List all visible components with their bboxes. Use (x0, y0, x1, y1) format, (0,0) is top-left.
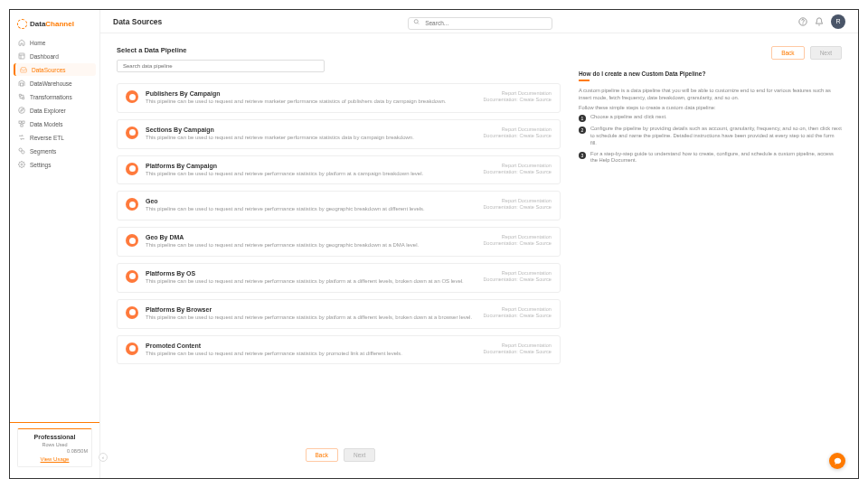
pipeline-card[interactable]: Geo By DMAThis pipeline can be used to r… (117, 227, 561, 257)
sidebar-item-transformations[interactable]: Transformations (14, 90, 96, 103)
pipeline-description: This pipeline can be used to request and… (146, 135, 476, 142)
pipeline-description: This pipeline can be used to request and… (146, 206, 476, 213)
segments-icon (18, 147, 25, 155)
transform-icon (18, 93, 25, 100)
nav-list: HomeDashboardDataSourcesDataWarehouseTra… (10, 36, 99, 172)
global-search-input[interactable] (408, 17, 552, 30)
pipeline-text: Publishers By CampaignThis pipeline can … (146, 90, 476, 106)
sidebar-item-datawarehouse[interactable]: DataWarehouse (14, 77, 96, 89)
view-usage-link[interactable]: View Usage (41, 456, 70, 462)
report-doc-link[interactable]: Report Documentation (502, 127, 552, 132)
brand-second: Channel (45, 20, 74, 28)
sidebar-item-home[interactable]: Home (14, 36, 96, 49)
create-source-doc-link[interactable]: Documentation: Create Source (483, 240, 552, 246)
sidebar-item-settings[interactable]: Settings (14, 158, 96, 171)
back-button-top[interactable]: Back (771, 46, 804, 60)
pipeline-card[interactable]: Publishers By CampaignThis pipeline can … (117, 83, 561, 113)
svg-point-8 (19, 148, 22, 151)
sidebar-item-datasources[interactable]: DataSources (14, 63, 96, 76)
pipeline-title: Geo (146, 198, 476, 204)
next-button-bottom[interactable]: Next (344, 448, 375, 462)
sidebar-item-label: Settings (30, 162, 52, 168)
step-text: Configure the pipeline by providing deta… (590, 126, 842, 146)
pipeline-source-icon (126, 127, 138, 139)
report-doc-link[interactable]: Report Documentation (502, 306, 552, 312)
help-intro: A custom pipeline is a data pipeline tha… (579, 87, 842, 101)
pipeline-title: Platforms By Browser (146, 306, 476, 313)
create-source-doc-link[interactable]: Documentation: Create Source (483, 204, 552, 210)
sidebar-item-label: DataWarehouse (30, 80, 72, 87)
pipeline-meta: Report DocumentationDocumentation: Creat… (483, 270, 552, 286)
svg-point-9 (22, 151, 24, 154)
report-doc-link[interactable]: Report Documentation (502, 163, 552, 168)
plan-name: Professsional (22, 434, 88, 440)
pipeline-search-input[interactable] (117, 60, 325, 72)
sidebar-item-reverse-etl[interactable]: Reverse ETL (14, 131, 96, 144)
create-source-doc-link[interactable]: Documentation: Create Source (483, 277, 552, 282)
sidebar-item-label: Transformations (30, 94, 72, 100)
back-button-bottom[interactable]: Back (306, 448, 338, 462)
report-doc-link[interactable]: Report Documentation (502, 270, 552, 276)
sidebar-collapse-handle[interactable]: ‹ (99, 453, 108, 462)
pipeline-meta: Report DocumentationDocumentation: Creat… (483, 234, 552, 249)
sidebar-item-data-explorer[interactable]: Data Explorer (14, 104, 96, 117)
pipeline-source-icon (126, 306, 138, 319)
pipeline-meta: Report DocumentationDocumentation: Creat… (483, 306, 552, 322)
pipeline-source-icon (126, 198, 138, 211)
brand-logo[interactable]: DataChannel (10, 15, 99, 36)
sidebar-item-data-models[interactable]: Data Models (14, 117, 96, 130)
sidebar-item-label: Reverse ETL (30, 135, 64, 141)
pipeline-card[interactable]: Platforms By BrowserThis pipeline can be… (117, 299, 561, 329)
help-steps-list: 1Choose a pipeline and click next.2Confi… (579, 114, 842, 168)
sidebar-item-label: DataSources (32, 67, 66, 73)
sidebar-item-label: Data Explorer (30, 108, 66, 114)
help-step: 1Choose a pipeline and click next. (579, 114, 842, 122)
report-doc-link[interactable]: Report Documentation (502, 234, 552, 239)
bell-icon[interactable] (815, 17, 824, 26)
right-actions: Back Next (579, 46, 842, 60)
rows-label: Rows Used (22, 442, 88, 447)
next-button-top[interactable]: Next (810, 46, 842, 60)
search-icon (413, 18, 420, 24)
step-text: Choose a pipeline and click next. (590, 114, 667, 122)
sidebar-item-label: Home (30, 40, 45, 46)
sidebar-item-label: Data Models (30, 121, 63, 127)
create-source-doc-link[interactable]: Documentation: Create Source (483, 133, 552, 138)
home-icon (18, 39, 25, 46)
sidebar: DataChannel HomeDashboardDataSourcesData… (10, 10, 100, 478)
svg-line-12 (418, 23, 419, 23)
help-divider (579, 80, 590, 81)
footer-nav: Back Next (117, 439, 564, 465)
pipeline-text: GeoThis pipeline can be used to request … (146, 198, 476, 213)
pipeline-text: Platforms By BrowserThis pipeline can be… (146, 306, 476, 322)
pipeline-description: This pipeline can be used to request and… (146, 351, 476, 358)
chat-bubble-button[interactable] (829, 453, 845, 469)
report-doc-link[interactable]: Report Documentation (502, 343, 552, 348)
pipeline-description: This pipeline can be used to request and… (146, 99, 476, 106)
sidebar-item-dashboard[interactable]: Dashboard (14, 50, 96, 62)
right-column: Back Next How do I create a new Custom D… (579, 46, 842, 465)
pipeline-card[interactable]: Sections By CampaignThis pipeline can be… (117, 119, 561, 149)
pipeline-card[interactable]: Promoted ContentThis pipeline can be use… (117, 335, 561, 365)
usage-value: 0.08/50M (22, 448, 88, 454)
report-doc-link[interactable]: Report Documentation (502, 198, 552, 203)
help-icon[interactable] (798, 17, 807, 26)
avatar[interactable]: R (831, 14, 845, 29)
pipeline-card[interactable]: Platforms By CampaignThis pipeline can b… (117, 155, 561, 185)
create-source-doc-link[interactable]: Documentation: Create Source (483, 349, 552, 354)
create-source-doc-link[interactable]: Documentation: Create Source (483, 313, 552, 318)
create-source-doc-link[interactable]: Documentation: Create Source (483, 97, 552, 102)
pipeline-title: Publishers By Campaign (146, 90, 476, 97)
report-doc-link[interactable]: Report Documentation (502, 90, 552, 96)
pipeline-card[interactable]: GeoThis pipeline can be used to request … (117, 191, 561, 221)
pipeline-card[interactable]: Platforms By OSThis pipeline can be used… (117, 263, 561, 293)
pipeline-title: Platforms By Campaign (146, 163, 476, 169)
pipeline-title: Promoted Content (146, 343, 476, 349)
sidebar-item-segments[interactable]: Segments (14, 145, 96, 157)
main-area: Data Sources R Select a Data Pipeline Pu… (100, 10, 858, 478)
help-subtext: Follow these simple steps to create a cu… (579, 105, 842, 110)
svg-rect-0 (19, 53, 24, 59)
create-source-doc-link[interactable]: Documentation: Create Source (483, 169, 552, 174)
sidebar-item-label: Segments (30, 148, 56, 155)
chat-icon (834, 457, 842, 465)
